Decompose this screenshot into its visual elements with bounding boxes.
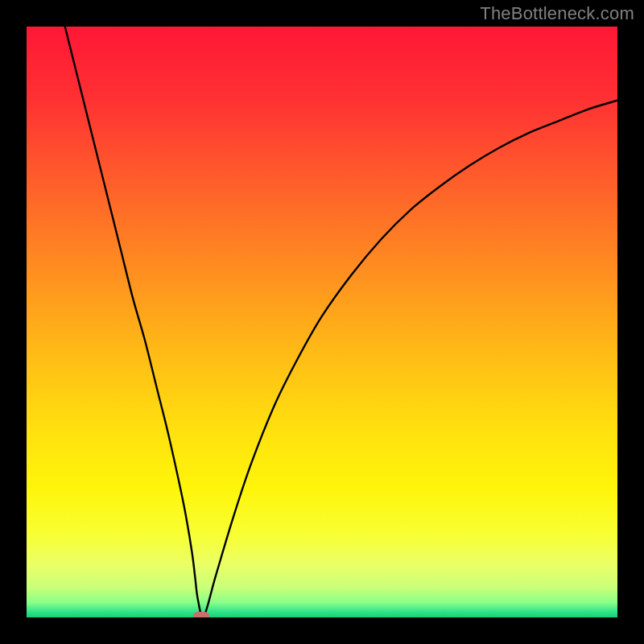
bottleneck-curve — [27, 27, 617, 617]
watermark-text: TheBottleneck.com — [480, 3, 634, 24]
minimum-marker — [193, 612, 209, 617]
outer-frame: TheBottleneck.com — [0, 0, 644, 644]
plot-area — [27, 27, 617, 617]
